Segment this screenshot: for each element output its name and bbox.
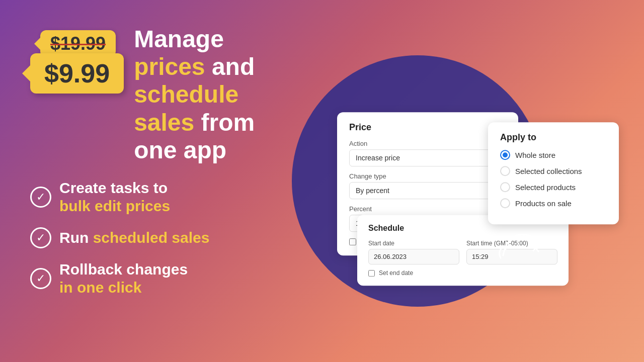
action-label: Action	[349, 140, 506, 147]
radio-whole-store[interactable]: Whole store	[500, 150, 607, 160]
headline-schedule: schedule	[134, 81, 238, 108]
headline-prices: prices	[134, 53, 205, 80]
end-date-row: Set end date	[368, 269, 557, 277]
headline-row: $19.99 $9.99 Manage prices and schedule …	[30, 25, 292, 164]
percent-label: Percent	[349, 205, 506, 213]
override-cents-checkbox[interactable]	[349, 238, 356, 245]
left-content: $19.99 $9.99 Manage prices and schedule …	[30, 65, 292, 297]
feature-item-3: ✓ Rollback changesin one click	[30, 260, 292, 297]
background: $19.99 $9.99 Manage prices and schedule …	[0, 0, 644, 362]
headline-text: Manage prices and schedule sales from on…	[134, 25, 292, 164]
change-type-label: Change type	[349, 172, 506, 180]
radio-btn-whole-store[interactable]	[500, 150, 510, 160]
headline-sales: sales	[134, 109, 194, 136]
action-group: Action	[349, 140, 506, 166]
end-date-checkbox[interactable]	[368, 270, 375, 277]
ui-area: Price Action Change type Percent Overrid…	[337, 112, 619, 255]
change-type-input[interactable]	[349, 182, 506, 199]
check-icon-2: ✓	[30, 227, 51, 248]
feature-item-1: ✓ Create tasks tobulk edit prices	[30, 179, 292, 215]
start-date-label: Start date	[368, 240, 459, 247]
radio-label-selected-collections: Selected collections	[515, 167, 582, 175]
end-date-label: Set end date	[379, 269, 413, 277]
feature-text-2: Run scheduled sales	[59, 229, 209, 247]
price-card-title: Price	[349, 122, 506, 133]
start-date-group: Start date	[368, 240, 459, 264]
action-input[interactable]	[349, 149, 506, 166]
curved-arrow	[493, 220, 543, 260]
radio-label-selected-products: Selected products	[515, 183, 576, 192]
feature-item-2: ✓ Run scheduled sales	[30, 227, 292, 248]
new-price: $9.99	[30, 53, 124, 94]
radio-btn-products-on-sale[interactable]	[500, 198, 510, 208]
radio-btn-selected-collections[interactable]	[500, 166, 510, 176]
radio-label-whole-store: Whole store	[515, 151, 555, 159]
radio-label-products-on-sale: Products on sale	[515, 199, 572, 208]
radio-btn-selected-products[interactable]	[500, 182, 510, 192]
check-icon-3: ✓	[30, 268, 51, 289]
change-type-group: Change type	[349, 172, 506, 199]
apply-to-title: Apply to	[500, 132, 607, 143]
start-date-input[interactable]	[368, 249, 459, 264]
apply-to-card: Apply to Whole store Selected collection…	[488, 122, 619, 224]
features-list: ✓ Create tasks tobulk edit prices ✓ Run …	[30, 179, 292, 297]
radio-selected-collections[interactable]: Selected collections	[500, 166, 607, 176]
radio-selected-products[interactable]: Selected products	[500, 182, 607, 192]
check-icon-1: ✓	[30, 187, 51, 208]
feature-text-1: Create tasks tobulk edit prices	[59, 179, 170, 215]
price-tags: $19.99 $9.99	[30, 30, 124, 94]
radio-products-on-sale[interactable]: Products on sale	[500, 198, 607, 208]
feature-text-3: Rollback changesin one click	[59, 260, 188, 297]
